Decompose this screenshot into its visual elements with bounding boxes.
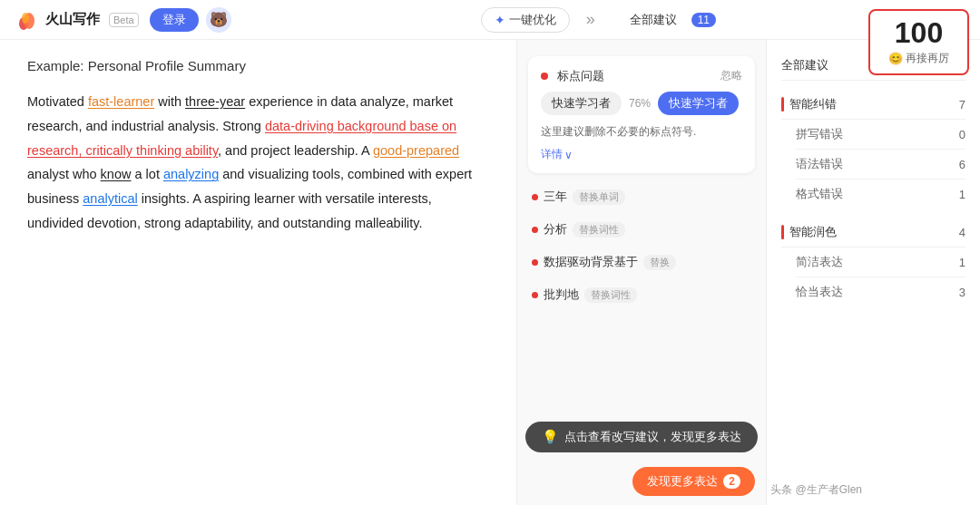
sidebar-row-format[interactable]: 格式错误 1 [796, 180, 965, 209]
bulb-icon: 💡 [542, 429, 559, 445]
spell-label: 拼写错误 [796, 126, 843, 142]
tooltip-overlay: 💡 点击查看改写建议，发现更多表达 [525, 422, 758, 452]
body-text-4: , and project leadership. A [218, 143, 373, 158]
smart-error-count: 7 [959, 98, 965, 112]
score-box: 100 😊 再接再厉 [868, 9, 969, 75]
proper-label: 恰当表达 [796, 284, 843, 300]
score-subtitle: 😊 再接再厉 [888, 51, 949, 66]
suggestion-card: 标点问题 忽略 快速学习者 76% 快速学习者 这里建议删除不必要的标点符号. … [528, 56, 755, 173]
right-sidebar: 全部建议 11 智能纠错 7 拼写错误 0 语法错误 6 [767, 40, 980, 505]
score-sub-text: 再接再厉 [906, 51, 949, 66]
chip-original: 快速学习者 [541, 92, 622, 115]
suggestion-row-1[interactable]: 三年 替换单词 [517, 180, 766, 213]
avatar: 🐻 [206, 7, 231, 33]
sidebar-row-spell[interactable]: 拼写错误 0 [796, 120, 965, 150]
doc-body: Motivated fast-learner with three-year e… [27, 90, 489, 236]
row-dot-4 [532, 292, 538, 298]
smart-error-label: 智能纠错 [789, 96, 837, 112]
spell-count: 0 [959, 128, 965, 141]
row-tag-1: 替换单词 [573, 189, 625, 205]
know-highlight[interactable]: know [101, 167, 132, 181]
ignore-button[interactable]: 忽略 [720, 68, 742, 83]
concise-count: 1 [959, 256, 965, 269]
editor-area[interactable]: Example: Personal Profile Summary Motiva… [0, 40, 517, 505]
suggestion-row-3[interactable]: 数据驱动背景基于 替换 [517, 246, 766, 278]
body-text-6: a lot [131, 167, 162, 181]
star-icon: ✦ [495, 13, 505, 27]
smart-tone-section: 智能润色 4 简洁表达 1 恰当表达 3 [781, 218, 965, 306]
smart-error-indicator [781, 97, 784, 112]
watermark: 头条 @生产者Glen [770, 482, 862, 498]
score-number: 100 [888, 18, 949, 47]
body-text-2: with [154, 94, 185, 109]
suggestions-count-badge: 11 [691, 13, 716, 27]
fast-learner-highlight[interactable]: fast-learner [88, 94, 154, 109]
more-button[interactable]: » [581, 10, 601, 29]
sidebar-row-smart-error[interactable]: 智能纠错 7 [781, 90, 965, 120]
suggestion-card-title: 标点问题 [557, 69, 604, 83]
optimize-button[interactable]: ✦ 一键优化 [481, 7, 570, 33]
body-text-1: Motivated [27, 94, 88, 109]
row-tag-4: 替换词性 [584, 287, 637, 303]
detail-text: 详情 [541, 147, 563, 162]
body-text-5: analyst who [27, 167, 101, 181]
logo-text: 火山写作 [45, 11, 100, 28]
tone-subsection: 简洁表达 1 恰当表达 3 [796, 248, 965, 306]
row-dot-1 [532, 194, 538, 200]
sidebar-row-grammar[interactable]: 语法错误 6 [796, 150, 965, 180]
proper-count: 3 [959, 286, 965, 299]
analyzing-highlight[interactable]: analyzing [163, 167, 219, 181]
suggestion-row-2[interactable]: 分析 替换词性 [517, 213, 766, 246]
suggestion-desc: 这里建议删除不必要的标点符号. [541, 124, 742, 140]
suggestion-card-title-area: 标点问题 [541, 67, 604, 84]
format-label: 格式错误 [796, 186, 843, 202]
suggestion-chips: 快速学习者 76% 快速学习者 [541, 92, 742, 115]
smart-error-section: 智能纠错 7 拼写错误 0 语法错误 6 格式错误 1 [781, 90, 965, 209]
score-emoji: 😊 [888, 52, 903, 65]
spell-subsection: 拼写错误 0 语法错误 6 格式错误 1 [796, 120, 965, 209]
suggestion-detail-button[interactable]: 详情 ∨ [541, 147, 742, 162]
tooltip-text: 点击查看改写建议，发现更多表达 [564, 429, 741, 445]
row-dot-2 [532, 227, 538, 233]
login-button[interactable]: 登录 [150, 8, 199, 32]
row-text-4: 批判地 [544, 286, 579, 303]
discover-button[interactable]: 发现更多表达 2 [632, 467, 755, 496]
suggestion-card-header: 标点问题 忽略 [541, 67, 742, 84]
row-text-1: 三年 [544, 189, 567, 205]
beta-badge: Beta [109, 13, 139, 27]
logo-icon [15, 7, 40, 33]
sidebar-row-concise[interactable]: 简洁表达 1 [796, 248, 965, 277]
good-prepared-highlight[interactable]: good-prepared [373, 143, 459, 158]
suggestion-dot [541, 73, 548, 80]
row-tag-3: 替换 [643, 255, 676, 270]
smart-tone-count: 4 [959, 226, 965, 239]
grammar-count: 6 [959, 158, 965, 171]
topbar: 火山写作 Beta 登录 🐻 ✦ 一键优化 » 全部建议 11 [0, 0, 980, 40]
center-toolbar: ✦ 一键优化 » 全部建议 11 [231, 7, 965, 33]
smart-tone-indicator [781, 225, 784, 239]
suggestions-label: 全部建议 [630, 12, 677, 28]
all-label: 全部建议 [781, 57, 828, 73]
sidebar-row-proper[interactable]: 恰当表达 3 [796, 277, 965, 306]
row-dot-3 [532, 259, 538, 266]
smart-tone-label: 智能润色 [789, 224, 837, 240]
svg-point-2 [22, 13, 29, 24]
row-text-2: 分析 [544, 221, 567, 238]
optimize-label: 一键优化 [509, 12, 556, 28]
logo-area: 火山写作 Beta [15, 7, 139, 33]
chip-score: 76% [629, 97, 651, 110]
doc-title: Example: Personal Profile Summary [27, 58, 489, 73]
chip-suggested[interactable]: 快速学习者 [658, 92, 739, 115]
grammar-label: 语法错误 [796, 156, 843, 172]
row-tag-2: 替换词性 [573, 222, 625, 238]
analytical-highlight[interactable]: analytical [83, 191, 137, 206]
concise-label: 简洁表达 [796, 254, 843, 270]
sidebar-row-smart-tone[interactable]: 智能润色 4 [781, 218, 965, 248]
three-year-highlight[interactable]: three-year [185, 94, 245, 109]
suggestion-row-4[interactable]: 批判地 替换词性 [517, 278, 766, 311]
discover-count-badge: 2 [723, 474, 740, 489]
main-area: Example: Personal Profile Summary Motiva… [0, 40, 980, 505]
suggestion-panel: 标点问题 忽略 快速学习者 76% 快速学习者 这里建议删除不必要的标点符号. … [517, 40, 767, 505]
discover-label: 发现更多表达 [647, 473, 718, 490]
chevron-down-icon: ∨ [564, 149, 573, 161]
